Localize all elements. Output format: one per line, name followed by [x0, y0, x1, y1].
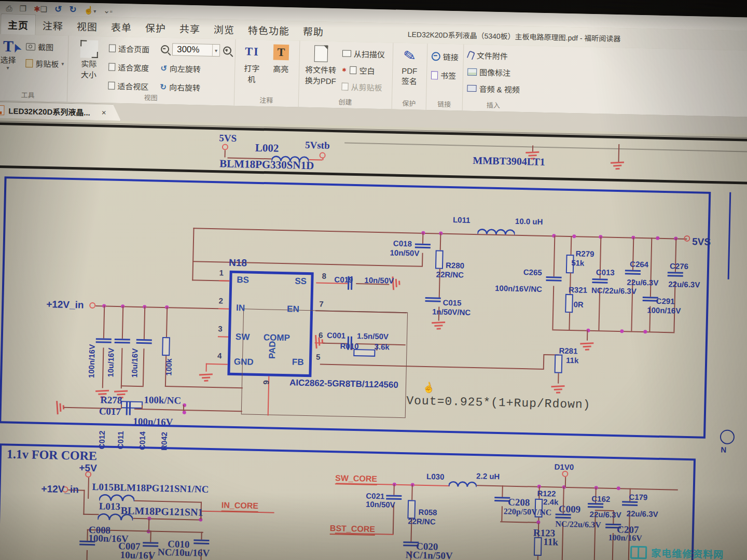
ribbon-group-link: 链接 书签 链接 — [426, 44, 464, 110]
junction-dot — [572, 234, 576, 238]
value-r278: 100k/NC — [144, 394, 181, 407]
copy-page-icon[interactable]: ❐ — [20, 4, 27, 12]
more-menu-icon[interactable]: ⌄= — [103, 6, 113, 14]
wire — [477, 485, 678, 490]
zoom-level-value: 300% — [177, 44, 212, 55]
screenshot-button[interactable]: 截图 — [26, 41, 53, 52]
pin-number-8: 8 — [322, 272, 326, 281]
zoom-in-button[interactable] — [223, 46, 231, 54]
typewriter-button[interactable]: TI 打字机 — [240, 45, 264, 85]
tab-features[interactable]: 特色功能 — [241, 19, 297, 40]
pdf-sign-button[interactable]: ✎ PDF 签名 — [396, 47, 424, 87]
document-tab[interactable]: LED32K20D系列液晶... × — [0, 102, 121, 121]
wire — [83, 514, 99, 515]
file-attachment-button[interactable]: 文件附件 — [468, 50, 508, 62]
zoom-out-button[interactable] — [161, 45, 169, 53]
label-c009: C009 — [559, 503, 581, 515]
select-tool-icon: T➤ — [3, 38, 14, 54]
pin-number-3: 3 — [218, 324, 223, 333]
value-l030: 2.2 uH — [476, 471, 500, 481]
fit-width-button[interactable]: 适合宽度 — [108, 62, 149, 74]
junction-dot — [620, 329, 624, 333]
capacitor-symbol — [546, 276, 561, 282]
redo-icon[interactable]: ↻ — [69, 5, 77, 13]
pdf-page-canvas[interactable]: 5VS L002 5Vstb BLM18PG330SN1D MMBT3904LT… — [0, 118, 747, 560]
wire — [206, 363, 228, 365]
wire — [184, 410, 242, 412]
zoom-in-icon — [223, 46, 231, 54]
value-c019: 10n/50V — [364, 275, 394, 285]
label-c019: C019 — [334, 275, 353, 284]
terminal-circle — [89, 302, 95, 309]
value-c276: 22u/6.3V — [668, 279, 700, 289]
new-document-icon[interactable]: ✱❏ — [34, 5, 47, 13]
chevron-down-icon[interactable]: ▾ — [212, 45, 220, 56]
net-label-sw-core: SW_CORE — [335, 473, 377, 485]
net-label-bst-core: BST_CORE — [330, 524, 376, 536]
pin-in: IN — [236, 303, 245, 313]
fit-page-button[interactable]: 适合页面 — [109, 43, 149, 55]
wire — [322, 158, 323, 160]
wire — [150, 531, 151, 542]
wire — [532, 145, 533, 151]
convert-to-pdf-button[interactable]: 将文件转 换为PDF — [302, 45, 340, 87]
tab-help[interactable]: 帮助 — [296, 20, 331, 41]
label-r042: R042 — [159, 432, 169, 451]
rotate-left-button[interactable]: ↺向左旋转 — [160, 63, 201, 75]
close-icon[interactable]: × — [102, 108, 106, 117]
label-r281: R281 — [559, 346, 577, 356]
zoom-out-icon — [161, 45, 169, 53]
junction-dot — [643, 330, 647, 333]
highlight-button[interactable]: T 高亮 — [268, 44, 294, 74]
wire — [144, 306, 145, 339]
tab-browse[interactable]: 浏览 — [207, 19, 242, 39]
wire — [422, 253, 423, 267]
value-c291: 100n/16V — [647, 305, 681, 315]
fit-visible-button[interactable]: 适合视区 — [108, 80, 148, 92]
net-label-5v: +5V — [79, 462, 97, 474]
group-label-tools: 工具 — [0, 89, 67, 101]
ground-symbol — [432, 321, 446, 331]
value-c007: 10u/16V — [120, 549, 156, 560]
wire — [618, 144, 620, 162]
wire — [122, 306, 123, 339]
capacitor-symbol — [143, 542, 158, 547]
rotate-left-icon: ↺ — [160, 63, 167, 73]
from-scanner-button[interactable]: 从扫描仪 — [342, 48, 385, 60]
tab-view[interactable]: 视图 — [70, 16, 105, 36]
image-annotation-button[interactable]: 图像标注 — [467, 66, 510, 78]
tab-form[interactable]: 表单 — [104, 16, 139, 37]
blank-page-button[interactable]: 空白 — [342, 64, 375, 76]
pin-pad: PAD — [267, 341, 278, 359]
hand-tool-icon[interactable]: ☝▾ — [84, 6, 96, 14]
printer-icon[interactable]: ⎙ — [6, 4, 12, 12]
capacitor-symbol — [425, 297, 441, 302]
value-c179: 22u/6.3V — [627, 509, 658, 519]
wire — [166, 307, 168, 337]
link-button[interactable]: 链接 — [432, 51, 459, 62]
tab-comment[interactable]: 注释 — [36, 15, 71, 35]
fit-visible-icon — [108, 82, 115, 90]
tab-share[interactable]: 共享 — [173, 18, 208, 38]
tab-protect[interactable]: 保护 — [139, 17, 173, 38]
label-c014: C014 — [137, 431, 147, 450]
pin-gnd: GND — [234, 357, 254, 368]
audio-video-button[interactable]: 音频 & 视频 — [467, 83, 520, 95]
clipboard-button[interactable]: 剪贴板▾ — [25, 58, 64, 69]
value-c265: 100n/16V/NC — [495, 284, 542, 293]
group-label-link: 链接 — [426, 99, 462, 109]
rotate-right-button[interactable]: ↻向右旋转 — [160, 81, 200, 93]
tab-home[interactable]: 主页 — [1, 13, 36, 35]
image-icon — [467, 68, 477, 75]
select-tool-button[interactable]: T➤ 选择▾ — [0, 38, 23, 71]
wire — [121, 348, 123, 388]
label-blm18pg330: BLM18PG330SN1D — [219, 157, 314, 172]
from-clipboard-button[interactable]: 从剪贴板 — [341, 81, 382, 93]
zoom-level-combobox[interactable]: 300% ▾ — [172, 43, 220, 57]
wire — [558, 373, 559, 384]
label-n18: N18 — [229, 257, 247, 269]
undo-icon[interactable]: ↺ — [54, 5, 62, 13]
capacitor-symbol — [622, 501, 638, 506]
actual-size-button[interactable]: 实际大小 — [73, 40, 105, 80]
bookmark-button[interactable]: 书签 — [431, 69, 456, 81]
